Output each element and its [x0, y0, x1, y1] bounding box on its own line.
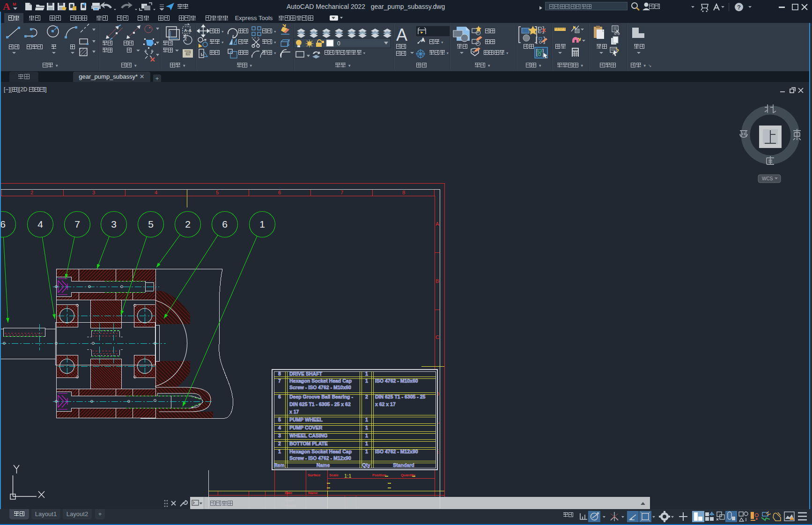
svg-text:5: 5 [148, 219, 154, 229]
svg-text:A: A [184, 37, 187, 42]
svg-text:5: 5 [278, 417, 281, 422]
svg-text:A-A: A-A [184, 28, 192, 33]
svg-text:1: 1 [278, 449, 281, 454]
svg-text:Scale: Scale [329, 473, 339, 477]
svg-text:1: 1 [259, 219, 265, 229]
svg-text:DIN 625 T1 - 6305 - 25 x 62: DIN 625 T1 - 6305 - 25 x 62 [289, 401, 351, 407]
svg-text:3: 3 [111, 219, 117, 229]
svg-text:Date: Date [285, 491, 292, 495]
svg-text:2: 2 [185, 219, 191, 229]
svg-text:6: 6 [278, 394, 281, 399]
svg-text:8: 8 [402, 190, 405, 195]
svg-text:PUMP WHEEL: PUMP WHEEL [289, 417, 323, 422]
svg-text:7: 7 [74, 219, 80, 229]
svg-text:Screw - ISO 4762 - M12x90: Screw - ISO 4762 - M12x90 [289, 455, 351, 461]
svg-text:Standard: Standard [393, 462, 414, 468]
svg-text:7: 7 [340, 190, 343, 195]
svg-text:A: A [396, 25, 407, 44]
svg-text:DIN 625 T1 - 6305 - 25: DIN 625 T1 - 6305 - 25 [375, 394, 426, 399]
svg-text:A: A [421, 37, 425, 43]
svg-text:3: 3 [278, 433, 281, 438]
svg-text:1: 1 [365, 433, 368, 438]
svg-text:Deep Groove Ball Bearing -: Deep Groove Ball Bearing - [289, 394, 353, 399]
svg-text:M: M [13, 2, 16, 7]
svg-text:1: 1 [365, 449, 368, 454]
svg-text:8: 8 [278, 371, 281, 377]
svg-text:A: A [436, 221, 439, 227]
svg-text:5: 5 [216, 190, 219, 195]
svg-text:Name: Name [308, 491, 317, 495]
svg-text:x 17: x 17 [289, 409, 299, 414]
svg-text:3: 3 [92, 190, 95, 195]
svg-text:1: 1 [365, 425, 368, 430]
svg-text:C: C [436, 334, 439, 340]
svg-text:0: 0 [337, 40, 340, 47]
svg-text:Hexagon Socket Head Cap: Hexagon Socket Head Cap [289, 378, 352, 384]
svg-text:PUMP COVER: PUMP COVER [289, 425, 323, 430]
svg-text:4: 4 [155, 190, 157, 195]
svg-text:Name: Name [317, 462, 330, 468]
svg-text:4: 4 [278, 425, 281, 430]
svg-text:A: A [3, 0, 10, 12]
svg-text:Quantity: Quantity [401, 473, 415, 477]
svg-text:6: 6 [278, 190, 281, 195]
svg-text:1: 1 [365, 417, 368, 422]
svg-text:1: 1 [365, 441, 368, 446]
svg-text:1:1: 1:1 [344, 473, 351, 479]
svg-text:Hexagon Socket Head Cap: Hexagon Socket Head Cap [289, 449, 352, 454]
svg-text:Surface: Surface [308, 473, 321, 477]
svg-text:2: 2 [278, 441, 281, 446]
svg-text:WCS: WCS [762, 176, 773, 181]
svg-text:x 62 x 17: x 62 x 17 [375, 401, 396, 407]
svg-text:6: 6 [222, 219, 228, 229]
svg-text:2: 2 [30, 190, 33, 195]
svg-text:7: 7 [278, 378, 281, 384]
svg-text:ISO 4762 - M12x90: ISO 4762 - M12x90 [375, 449, 418, 454]
svg-text:1: 1 [365, 371, 368, 377]
svg-text:2: 2 [365, 394, 368, 399]
svg-text:1: 1 [365, 378, 368, 384]
svg-text:ISO 4762 - M10x60: ISO 4762 - M10x60 [375, 378, 418, 384]
svg-text:BOTTOM PLATE: BOTTOM PLATE [289, 441, 328, 446]
svg-text:Position: Position [372, 473, 386, 477]
svg-text:Item: Item [274, 462, 285, 468]
svg-text:?: ? [737, 4, 741, 11]
svg-text:Qty: Qty [362, 462, 370, 468]
svg-text:WHEEL CASING: WHEEL CASING [289, 433, 327, 438]
svg-text:DRIVE SHAFT: DRIVE SHAFT [289, 371, 323, 377]
svg-text:B: B [436, 278, 439, 284]
svg-text:Screw - ISO 4762 - M10x60: Screw - ISO 4762 - M10x60 [289, 385, 351, 390]
svg-text:4: 4 [37, 219, 43, 229]
